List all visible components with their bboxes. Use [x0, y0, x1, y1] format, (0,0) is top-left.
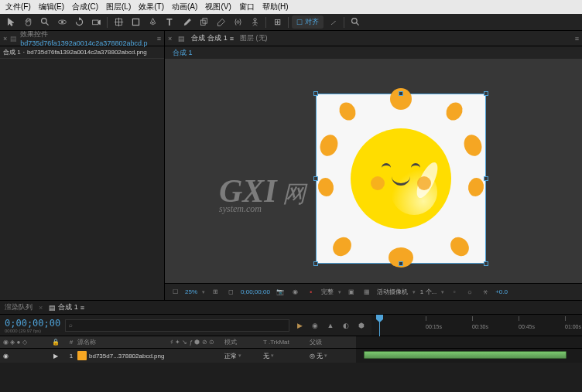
menu-effect[interactable]: 效果(T) — [136, 2, 166, 12]
puppet-tool-icon[interactable] — [247, 15, 262, 29]
color-icon[interactable]: ▪ — [306, 287, 317, 298]
lock-icon[interactable]: ▤ — [10, 35, 17, 43]
resolution-value[interactable]: 完整 — [321, 288, 334, 296]
time-value[interactable]: 0;00;00;00 — [241, 288, 270, 295]
camera-value[interactable]: 活动摄像机 — [377, 288, 408, 296]
svg-line-1 — [46, 22, 48, 25]
handle-e[interactable] — [484, 176, 488, 181]
svg-line-15 — [252, 22, 255, 24]
viewport[interactable]: GXI 网 system.com — [165, 59, 582, 283]
axis-x-icon[interactable]: ⟋ — [325, 15, 341, 29]
tab-comp[interactable]: ▤ 合成 1 ≡ — [49, 302, 84, 312]
3d-view-icon[interactable]: ▫ — [449, 287, 460, 298]
viewer-breadcrumb[interactable]: 合成 1 — [165, 46, 582, 59]
handle-ne[interactable] — [484, 91, 488, 96]
menu-edit[interactable]: 编辑(E) — [36, 2, 67, 12]
channel-icon[interactable]: ◉ — [290, 287, 301, 298]
orbit-tool-icon[interactable] — [54, 15, 70, 29]
layer-name: bd735d7...378802abcd.png — [89, 353, 164, 360]
menu-window[interactable]: 窗口 — [237, 2, 257, 12]
localaxis-tool-icon[interactable]: ⊞ — [269, 15, 285, 29]
snapshot-icon[interactable]: 📷 — [275, 287, 286, 298]
menu-layer[interactable]: 图层(L) — [104, 2, 133, 12]
framemix-icon[interactable]: ◐ — [341, 320, 351, 331]
svg-rect-4 — [92, 20, 98, 25]
handle-n[interactable] — [399, 91, 403, 96]
menu-bar: 文件(F) 编辑(E) 合成(C) 图层(L) 效果(T) 动画(A) 视图(V… — [0, 0, 582, 14]
eraser-tool-icon[interactable] — [213, 15, 228, 29]
search-icon[interactable] — [347, 15, 363, 29]
exposure-value[interactable]: +0.0 — [495, 288, 508, 295]
share-icon[interactable]: ⚹ — [480, 287, 491, 298]
layer-row[interactable]: ◉ ▶ 1 bd735d7...378802abcd.png 正常▾ 无▾ ◎ … — [0, 349, 582, 363]
viewer-menu-icon[interactable]: ≡ — [575, 35, 579, 43]
viewer-tab-layer[interactable]: 图层 (无) — [240, 33, 268, 43]
playhead[interactable] — [379, 315, 380, 336]
brush-tool-icon[interactable] — [179, 15, 194, 29]
time-ruler[interactable]: 00:15s 00:30s 00:45s 01:00s — [371, 315, 582, 336]
motionblur-icon[interactable]: ⬢ — [356, 320, 367, 331]
text-tool-icon[interactable]: T — [162, 15, 177, 29]
panel-close-icon[interactable]: ≡ — [157, 35, 161, 43]
svg-line-16 — [255, 22, 257, 24]
svg-point-9 — [152, 22, 153, 24]
framerate: 00000 (29.97 fps) — [5, 329, 60, 333]
snap-toggle[interactable]: 对齐 — [292, 15, 324, 29]
camera-tool-icon[interactable] — [88, 15, 104, 29]
roto-tool-icon[interactable] — [230, 15, 245, 29]
tab-render-queue[interactable]: 渲染队列 — [5, 302, 33, 312]
shape-tool-icon[interactable] — [128, 15, 143, 29]
svg-point-3 — [61, 21, 63, 22]
rotate-tool-icon[interactable] — [71, 15, 87, 29]
handle-sw[interactable] — [313, 261, 318, 266]
svg-point-0 — [41, 19, 46, 24]
zoom-value[interactable]: 25% — [185, 288, 197, 295]
menu-view[interactable]: 视图(V) — [203, 2, 233, 12]
svg-line-17 — [253, 24, 255, 26]
layer-duration-bar[interactable] — [364, 351, 567, 359]
view-count[interactable]: 1 个... — [420, 288, 436, 296]
viewer-tab-comp[interactable]: 合成 合成 1 ≡ — [191, 33, 234, 43]
atom-icon[interactable]: ☼ — [464, 287, 475, 298]
svg-line-20 — [356, 22, 358, 25]
anchor-tool-icon[interactable] — [111, 15, 126, 29]
menu-help[interactable]: 帮助(H) — [260, 2, 291, 12]
resolution-icon[interactable]: ⊞ — [210, 287, 221, 298]
svg-point-13 — [253, 19, 255, 21]
timeline-columns: ◉ ◈ ● ◇ 🔒 # 源名称 ♯ ✦ ↘ ƒ ⬢ ⊘ ⊙ 模式 T .TrkM… — [0, 336, 582, 349]
region-icon[interactable]: ▣ — [346, 287, 357, 298]
composition-viewer: × ▤ 合成 合成 1 ≡ 图层 (无) ≡ 合成 1 — [165, 31, 582, 300]
viewer-footer: ☐ 25% ▾ ⊞ ◻ 0;00;00;00 📷 ◉ ▪ 完整▾ ▣ ▦ 活动摄… — [165, 283, 582, 300]
effects-tab-label[interactable]: 效果控件 bd735d76fa1392a0014c2a378802abcd.p — [20, 29, 153, 47]
menu-comp[interactable]: 合成(C) — [70, 2, 101, 12]
zoom-tool-icon[interactable] — [37, 15, 53, 29]
menu-file[interactable]: 文件(F) — [3, 2, 33, 12]
selection-tool-icon[interactable] — [3, 15, 19, 29]
watermark: GXI 网 system.com — [219, 175, 306, 213]
viewer-close-icon[interactable]: × — [168, 35, 172, 43]
handle-s[interactable] — [399, 261, 403, 266]
effects-panel-body — [0, 59, 164, 300]
svg-point-19 — [351, 19, 357, 24]
menu-animation[interactable]: 动画(A) — [169, 2, 200, 12]
viewer-lock-icon[interactable]: ▤ — [178, 35, 185, 43]
sun-image — [317, 94, 485, 263]
svg-rect-8 — [132, 19, 139, 25]
shy-icon[interactable]: ▲ — [325, 320, 336, 331]
comp-flowchart-icon[interactable]: ▶ — [294, 320, 305, 331]
selected-layer[interactable] — [316, 94, 486, 264]
hand-tool-icon[interactable] — [20, 15, 36, 29]
clone-tool-icon[interactable] — [196, 15, 211, 29]
handle-se[interactable] — [484, 261, 488, 266]
grid-icon[interactable]: ☐ — [169, 287, 180, 298]
handle-w[interactable] — [313, 176, 318, 181]
panel-menu-icon[interactable]: × — [3, 35, 7, 43]
mask-icon[interactable]: ◻ — [225, 287, 236, 298]
draft3d-icon[interactable]: ◉ — [310, 320, 320, 331]
transparency-icon[interactable]: ▦ — [361, 287, 372, 298]
search-input[interactable] — [65, 319, 289, 332]
handle-nw[interactable] — [313, 91, 318, 96]
effects-panel: × ▤ 效果控件 bd735d76fa1392a0014c2a378802abc… — [0, 31, 165, 300]
pen-tool-icon[interactable] — [145, 15, 160, 29]
timecode[interactable]: 0;00;00;00 — [5, 318, 60, 329]
